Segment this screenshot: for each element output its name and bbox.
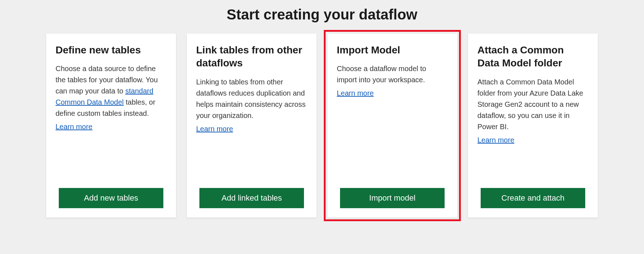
desc-text-pre: Linking to tables from other dataflows r…	[196, 78, 305, 119]
card-attach-cdm-folder: Attach a Common Data Model folder Attach…	[468, 34, 598, 218]
learn-more-link[interactable]: Learn more	[477, 136, 514, 144]
card-link-tables: Link tables from other dataflows Linking…	[187, 34, 317, 218]
card-define-new-tables: Define new tables Choose a data source t…	[46, 34, 176, 218]
spacer	[196, 133, 307, 181]
spacer	[477, 144, 588, 181]
desc-text-pre: Attach a Common Data Model folder from y…	[477, 78, 583, 131]
card-description: Choose a dataflow model to import into y…	[337, 63, 448, 86]
card-description: Attach a Common Data Model folder from y…	[477, 76, 588, 132]
page-title: Start creating your dataflow	[0, 6, 644, 23]
card-title: Import Model	[337, 44, 448, 57]
card-import-model: Import Model Choose a dataflow model to …	[327, 34, 457, 218]
spacer	[337, 97, 448, 181]
learn-more-link[interactable]: Learn more	[56, 123, 92, 131]
card-description: Linking to tables from other dataflows r…	[196, 76, 307, 121]
import-model-button[interactable]: Import model	[340, 188, 445, 208]
card-description: Choose a data source to define the table…	[56, 63, 167, 119]
cards-container: Define new tables Choose a data source t…	[0, 34, 644, 218]
card-title: Define new tables	[56, 44, 167, 57]
card-title: Attach a Common Data Model folder	[477, 44, 588, 70]
create-and-attach-button[interactable]: Create and attach	[481, 188, 585, 208]
learn-more-link[interactable]: Learn more	[337, 89, 374, 97]
learn-more-link[interactable]: Learn more	[196, 125, 233, 133]
add-linked-tables-button[interactable]: Add linked tables	[199, 188, 304, 208]
desc-text-pre: Choose a dataflow model to import into y…	[337, 65, 426, 84]
spacer	[56, 131, 167, 181]
card-title: Link tables from other dataflows	[196, 44, 307, 70]
add-new-tables-button[interactable]: Add new tables	[59, 188, 163, 208]
